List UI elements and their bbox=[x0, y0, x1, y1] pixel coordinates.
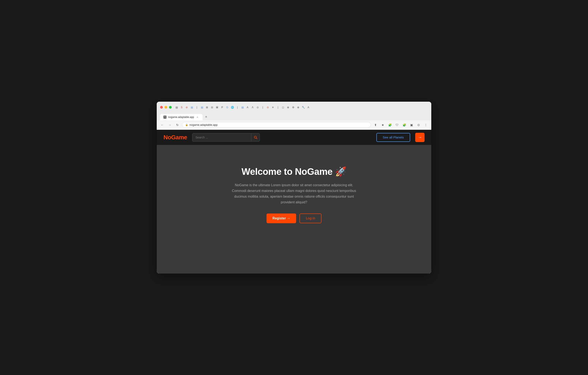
ext-icon-12[interactable]: 🌐 bbox=[230, 105, 235, 110]
search-icon bbox=[254, 136, 257, 139]
ext-icon-13[interactable]: | bbox=[235, 105, 240, 110]
url-text: nogame.adaptable.app bbox=[189, 123, 218, 126]
ext-icon-2[interactable]: S bbox=[179, 105, 184, 110]
ext-icon-8[interactable]: ⊟ bbox=[210, 105, 214, 110]
back-button[interactable]: ← bbox=[159, 122, 165, 128]
browser-window: ▤ S ⊘ ▤ | ▤ ⊞ ⊟ 🏛 P G 🌐 | ▤ A Λ ⊙ | ⊙ ✳ bbox=[157, 102, 431, 274]
app-content: NoGame See all Planets → Welcome to NoGa… bbox=[157, 130, 431, 274]
dot-minimize[interactable] bbox=[165, 106, 167, 109]
ext-icon-9[interactable]: 🏛 bbox=[215, 105, 220, 110]
ext-icon-6[interactable]: ▤ bbox=[200, 105, 204, 110]
ext-icon-20[interactable]: ✳ bbox=[271, 105, 275, 110]
register-button[interactable]: Register → bbox=[267, 213, 296, 223]
extensions-bar: ▤ S ⊘ ▤ | ▤ ⊞ ⊟ 🏛 P G 🌐 | ▤ A Λ ⊙ | ⊙ ✳ bbox=[174, 105, 311, 110]
ext-icon-19[interactable]: ⊙ bbox=[265, 105, 270, 110]
hero-description: NoGame is the ultimate Lorem ipsum dolor… bbox=[229, 182, 359, 205]
tab-close-btn[interactable]: × bbox=[196, 115, 199, 119]
search-input[interactable] bbox=[192, 133, 251, 141]
browser-tabs: N nogame.adaptable.app × + bbox=[160, 113, 428, 120]
active-tab[interactable]: N nogame.adaptable.app × bbox=[160, 114, 202, 120]
ext-icon-16[interactable]: Λ bbox=[250, 105, 255, 110]
browser-dots bbox=[160, 106, 172, 109]
app-logo: NoGame bbox=[163, 134, 187, 141]
ext-icon-7[interactable]: ⊞ bbox=[205, 105, 209, 110]
forward-button[interactable]: → bbox=[167, 122, 173, 128]
ext-icon-25[interactable]: ⊕ bbox=[296, 105, 301, 110]
shield-button[interactable]: 🛡 bbox=[394, 122, 400, 128]
search-container bbox=[192, 133, 260, 142]
browser-titlebar: ▤ S ⊘ ▤ | ▤ ⊞ ⊟ 🏛 P G 🌐 | ▤ A Λ ⊙ | ⊙ ✳ bbox=[157, 102, 431, 120]
dot-maximize[interactable] bbox=[169, 106, 172, 109]
ext-icon-27[interactable]: A bbox=[306, 105, 311, 110]
login-arrow-icon: → bbox=[418, 135, 422, 140]
sidebar-button[interactable]: ▣ bbox=[409, 122, 414, 128]
browser-actions: ⬆ ★ 🧩 🛡 🧩 ▣ ⊙ ⋮ bbox=[373, 122, 429, 128]
new-tab-btn[interactable]: + bbox=[202, 113, 210, 120]
hero-login-button[interactable]: Log in bbox=[299, 213, 321, 223]
tab-favicon: N bbox=[163, 116, 167, 119]
profile-button[interactable]: ⊙ bbox=[416, 122, 421, 128]
hero-buttons: Register → Log in bbox=[267, 213, 321, 223]
ext-icon-17[interactable]: ⊙ bbox=[255, 105, 260, 110]
login-icon-button[interactable]: → bbox=[415, 133, 425, 142]
see-all-planets-button[interactable]: See all Planets bbox=[376, 133, 410, 142]
browser-toolbar: ← → ↻ 🔒 nogame.adaptable.app ⬆ ★ 🧩 🛡 🧩 ▣… bbox=[157, 120, 431, 130]
ext-icon-14[interactable]: ▤ bbox=[240, 105, 245, 110]
ext-icon-26[interactable]: 🔧 bbox=[301, 105, 306, 110]
address-bar[interactable]: 🔒 nogame.adaptable.app bbox=[182, 122, 371, 128]
ext-icon-24[interactable]: ⚙ bbox=[291, 105, 295, 110]
extensions-button[interactable]: 🧩 bbox=[387, 122, 393, 128]
ext-icon-23[interactable]: ⊕ bbox=[286, 105, 290, 110]
puzzle-button[interactable]: 🧩 bbox=[401, 122, 407, 128]
menu-button[interactable]: ⋮ bbox=[423, 122, 429, 128]
ext-icon-22[interactable]: ◻ bbox=[281, 105, 285, 110]
ext-icon-21[interactable]: | bbox=[276, 105, 280, 110]
ext-icon-3[interactable]: ⊘ bbox=[184, 105, 189, 110]
ext-icon-1[interactable]: ▤ bbox=[174, 105, 179, 110]
tab-label: nogame.adaptable.app bbox=[168, 116, 194, 119]
lock-icon: 🔒 bbox=[185, 123, 188, 126]
hero-title: Welcome to NoGame 🚀 bbox=[242, 166, 346, 177]
app-nav: NoGame See all Planets → bbox=[157, 130, 431, 145]
dot-close[interactable] bbox=[160, 106, 163, 109]
share-button[interactable]: ⬆ bbox=[373, 122, 378, 128]
ext-icon-4[interactable]: ▤ bbox=[189, 105, 194, 110]
ext-icon-5[interactable]: | bbox=[195, 105, 199, 110]
ext-icon-15[interactable]: A bbox=[245, 105, 250, 110]
refresh-button[interactable]: ↻ bbox=[174, 122, 180, 128]
ext-icon-10[interactable]: P bbox=[220, 105, 224, 110]
hero-section: Welcome to NoGame 🚀 NoGame is the ultima… bbox=[157, 145, 431, 249]
svg-line-1 bbox=[256, 138, 257, 139]
ext-icon-18[interactable]: | bbox=[260, 105, 265, 110]
bookmark-button[interactable]: ★ bbox=[380, 122, 386, 128]
ext-icon-11[interactable]: G bbox=[225, 105, 230, 110]
search-button[interactable] bbox=[251, 133, 260, 141]
